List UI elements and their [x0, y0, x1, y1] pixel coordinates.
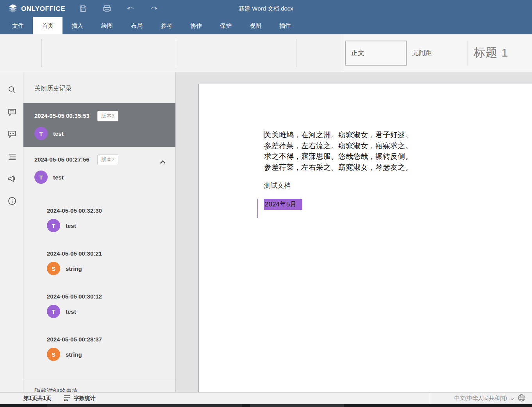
- version-item[interactable]: 2024-05-05 00:35:53 版本3 T test: [23, 103, 175, 147]
- chat-button[interactable]: [7, 130, 17, 140]
- globe-icon[interactable]: [518, 394, 526, 403]
- chevron-up-icon: [160, 158, 166, 165]
- svg-text:123: 123: [64, 398, 68, 401]
- language-label: 中文(中华人民共和国): [454, 395, 507, 402]
- document-workspace: 关关雎鸠，在河之洲。窈窕淑女，君子好逑。 参差荇菜，左右流之。窈窕淑女，寤寐求之…: [176, 72, 532, 392]
- avatar: T: [34, 127, 48, 140]
- poem-line: 求之不得，寤寐思服。悠哉悠哉，辗转反侧。: [264, 151, 412, 162]
- revision-author: test: [66, 222, 76, 229]
- version-list: 2024-05-05 00:35:53 版本3 T test 2024-05-0…: [23, 103, 175, 361]
- revision-date: 2024-05-05 00:28:37: [47, 336, 102, 343]
- print-button[interactable]: [100, 3, 114, 14]
- revision-date: 2024-05-05 00:30:21: [47, 250, 102, 257]
- version-history-panel: 关闭历史记录 2024-05-05 00:35:53 版本3 T test 20…: [23, 72, 176, 392]
- tab-protection[interactable]: 保护: [211, 17, 241, 34]
- highlighted-paragraph: 2024年5月: [264, 199, 302, 210]
- version-date: 2024-05-05 00:35:53: [34, 112, 89, 119]
- taskbar-segment: [47, 404, 242, 407]
- search-button[interactable]: [7, 85, 17, 96]
- avatar: S: [47, 262, 60, 275]
- tab-plugins[interactable]: 插件: [270, 17, 300, 34]
- word-count-label: 字数统计: [74, 395, 96, 402]
- megaphone-icon: [7, 175, 17, 184]
- hide-detailed-changes-link[interactable]: 隐藏详细的更改: [23, 379, 175, 392]
- brand-name: ONLYOFFICE: [21, 5, 65, 13]
- collapse-revisions-button[interactable]: [158, 158, 167, 166]
- word-count-icon: 123: [63, 395, 71, 402]
- os-taskbar-strip: [0, 404, 532, 407]
- app-window: ONLYOFFICE 新建 Word 文档.docx 文件 首页 插入 绘图 布…: [0, 0, 532, 407]
- revision-item[interactable]: 2024-05-05 00:28:37 S string: [47, 336, 175, 361]
- revision-date: 2024-05-05 00:30:12: [47, 293, 102, 300]
- language-selector[interactable]: 中文(中华人民共和国): [431, 393, 532, 404]
- avatar: T: [47, 219, 60, 232]
- chevron-down-icon: [511, 395, 514, 402]
- onlyoffice-logo[interactable]: ONLYOFFICE: [8, 3, 65, 15]
- revision-item[interactable]: 2024-05-05 00:30:12 T test: [47, 293, 175, 318]
- avatar: S: [47, 348, 60, 361]
- version-badge: 版本2: [97, 155, 118, 165]
- revision-author: string: [66, 351, 82, 358]
- chat-icon: [8, 130, 16, 140]
- paragraph-text: 测试文档: [264, 181, 291, 190]
- undo-button[interactable]: [123, 3, 137, 14]
- style-heading-1[interactable]: 标题 1: [468, 41, 532, 66]
- tab-draw[interactable]: 绘图: [92, 17, 122, 34]
- styles-gallery: 正文 无间距 标题 1: [343, 34, 532, 71]
- style-no-spacing[interactable]: 无间距: [407, 41, 468, 66]
- info-icon: [8, 197, 16, 207]
- save-button[interactable]: [76, 3, 90, 14]
- tab-references[interactable]: 参考: [152, 17, 181, 34]
- navigation-button[interactable]: [7, 152, 17, 162]
- version-item[interactable]: 2024-05-05 00:27:56 版本2 T test: [23, 147, 175, 189]
- poem-line: 参差荇菜，左右流之。窈窕淑女，寤寐求之。: [264, 140, 412, 151]
- avatar: T: [34, 171, 48, 184]
- close-history-link[interactable]: 关闭历史记录: [23, 72, 175, 93]
- avatar: T: [47, 305, 60, 318]
- revision-author: string: [66, 265, 82, 272]
- status-bar: 第1页共1页 123 字数统计 中文(中华人民共和国): [0, 392, 532, 404]
- version-author: test: [53, 130, 64, 137]
- tab-view[interactable]: 视图: [241, 17, 270, 34]
- home-toolbar: Arial 11 A A Aa B I U S A² A₂ A: [0, 34, 532, 72]
- highlighted-text: 2024年5月: [264, 199, 302, 210]
- headings-icon: [8, 153, 16, 162]
- revision-date: 2024-05-05 00:32:30: [47, 207, 102, 214]
- revision-item[interactable]: 2024-05-05 00:32:30 T test: [47, 207, 175, 232]
- statusbar-divider: [58, 393, 58, 404]
- document-text: 关关雎鸠，在河之洲。窈窕淑女，君子好逑。 参差荇菜，左右流之。窈窕淑女，寤寐求之…: [264, 130, 412, 172]
- tab-file[interactable]: 文件: [3, 17, 33, 34]
- comment-icon: [8, 108, 16, 118]
- word-count-button[interactable]: 123 字数统计: [63, 395, 96, 402]
- feedback-button[interactable]: [7, 174, 17, 185]
- tab-home[interactable]: 首页: [33, 17, 62, 34]
- tracked-change-bar: [257, 199, 258, 218]
- tab-insert[interactable]: 插入: [62, 17, 92, 34]
- document-page[interactable]: 关关雎鸠，在河之洲。窈窕淑女，君子好逑。 参差荇菜，左右流之。窈窕淑女，寤寐求之…: [198, 84, 532, 392]
- version-date: 2024-05-05 00:27:56: [34, 156, 89, 163]
- style-normal[interactable]: 正文: [345, 41, 407, 66]
- ribbon-tabs: 文件 首页 插入 绘图 布局 参考 协作 保护 视图 插件: [0, 17, 532, 34]
- revision-item[interactable]: 2024-05-05 00:30:21 S string: [47, 250, 175, 275]
- revision-sublist: 2024-05-05 00:32:30 T test 2024-05-05 00…: [23, 189, 175, 361]
- poem-line: 参差荇菜，左右采之。窈窕淑女，琴瑟友之。: [264, 162, 412, 173]
- title-bar: ONLYOFFICE 新建 Word 文档.docx: [0, 0, 532, 17]
- tab-collaboration[interactable]: 协作: [181, 17, 211, 34]
- tab-layout[interactable]: 布局: [122, 17, 152, 34]
- version-author: test: [53, 174, 64, 181]
- revision-author: test: [66, 308, 76, 315]
- poem-line: 关关雎鸠，在河之洲。窈窕淑女，君子好逑。: [264, 130, 412, 140]
- layers-icon: [8, 3, 18, 15]
- left-sidebar: [0, 72, 23, 392]
- comments-button[interactable]: [7, 108, 17, 118]
- version-badge: 版本3: [97, 111, 118, 121]
- search-icon: [8, 85, 16, 96]
- page-indicator[interactable]: 第1页共1页: [23, 395, 52, 402]
- redo-button[interactable]: [147, 3, 161, 14]
- about-button[interactable]: [7, 197, 17, 207]
- taskbar-segment: [250, 404, 344, 407]
